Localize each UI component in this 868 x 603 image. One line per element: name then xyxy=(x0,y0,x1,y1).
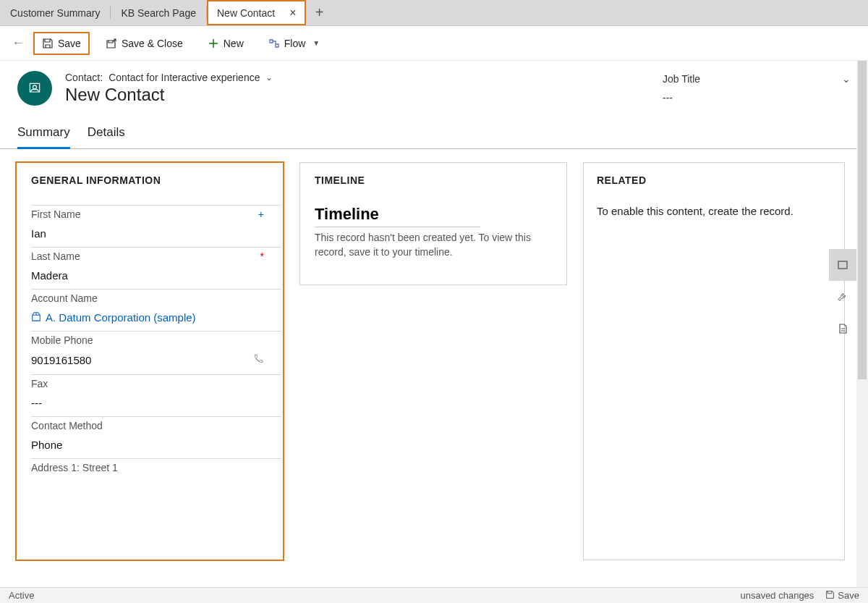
field-label: Mobile Phone xyxy=(31,334,93,346)
rail-document-icon[interactable] xyxy=(829,313,856,345)
back-button[interactable]: ← xyxy=(12,35,25,51)
form-type: Contact for Interactive experience xyxy=(109,72,260,83)
statusbar-save-label: Save xyxy=(838,590,859,601)
new-button[interactable]: New xyxy=(200,33,251,54)
flow-label: Flow xyxy=(284,38,306,49)
field-label: First Name xyxy=(31,208,80,220)
record-header: Contact: Contact for Interactive experie… xyxy=(0,61,868,117)
save-close-label: Save & Close xyxy=(122,38,183,49)
new-label: New xyxy=(224,38,244,49)
statusbar-save-button[interactable]: Save xyxy=(825,590,859,602)
save-close-icon xyxy=(106,38,117,49)
panel-heading: GENERAL INFORMATION xyxy=(31,174,281,186)
field-label: Fax xyxy=(31,378,48,389)
chevron-down-icon: ▼ xyxy=(312,39,320,47)
timeline-panel: TIMELINE Timeline This record hasn't bee… xyxy=(299,162,567,285)
tab-label: Summary xyxy=(17,125,70,139)
field-value[interactable]: Madera xyxy=(31,269,264,286)
rail-wrench-icon[interactable] xyxy=(829,281,856,313)
form-tabs: Summary Details xyxy=(0,117,868,149)
field-value[interactable]: Ian xyxy=(31,227,264,244)
status-left: Active xyxy=(9,590,34,601)
command-bar: ← Save Save & Close New Flow ▼ xyxy=(0,26,868,61)
lookup-icon xyxy=(31,311,41,324)
tab-summary[interactable]: Summary xyxy=(17,117,70,148)
field-address1[interactable]: Address 1: Street 1 xyxy=(31,459,281,476)
rail-panel-icon[interactable] xyxy=(829,249,856,281)
tab-label: Details xyxy=(88,125,125,139)
tab-kb-search[interactable]: KB Search Page xyxy=(111,0,206,25)
right-rail xyxy=(829,249,856,345)
field-label: Last Name xyxy=(31,250,80,262)
panel-heading: RELATED xyxy=(597,174,831,186)
contact-avatar xyxy=(17,71,52,106)
record-title: New Contact xyxy=(65,85,650,105)
field-label: Address 1: Street 1 xyxy=(31,462,118,473)
save-icon xyxy=(42,38,54,49)
new-tab-button[interactable]: + xyxy=(306,0,332,25)
chevron-down-icon[interactable]: ⌄ xyxy=(842,73,851,104)
save-label: Save xyxy=(58,38,81,49)
plus-icon xyxy=(208,38,219,49)
status-unsaved: unsaved changes xyxy=(740,590,814,601)
header-attr-value[interactable]: --- xyxy=(663,92,700,104)
close-icon[interactable]: × xyxy=(289,7,296,19)
vertical-scrollbar[interactable] xyxy=(856,61,868,603)
field-value[interactable]: 9019161580 xyxy=(31,354,91,366)
general-info-panel: GENERAL INFORMATION First Name+ Ian Last… xyxy=(16,162,284,560)
panel-heading: TIMELINE xyxy=(315,174,552,186)
tab-label: Customer Summary xyxy=(10,7,100,19)
scrollbar-thumb[interactable] xyxy=(858,61,867,379)
content-area: Contact: Contact for Interactive experie… xyxy=(0,61,868,603)
flow-button[interactable]: Flow ▼ xyxy=(261,33,327,54)
status-bar: Active unsaved changes Save xyxy=(0,587,868,603)
field-account-name[interactable]: Account Name A. Datum Corporation (sampl… xyxy=(31,290,281,332)
tab-label: New Contact xyxy=(217,7,275,19)
phone-icon[interactable] xyxy=(252,353,264,367)
field-label: Account Name xyxy=(31,292,98,304)
field-value[interactable]: A. Datum Corporation (sample) xyxy=(46,311,196,324)
field-mobile-phone[interactable]: Mobile Phone 9019161580 xyxy=(31,332,281,375)
field-last-name[interactable]: Last Name* Madera xyxy=(31,248,281,290)
save-icon xyxy=(825,590,835,602)
related-panel: RELATED To enable this content, create t… xyxy=(583,162,845,560)
related-message: To enable this content, create the recor… xyxy=(597,205,831,217)
panels-row: GENERAL INFORMATION First Name+ Ian Last… xyxy=(0,149,868,573)
field-contact-method[interactable]: Contact Method Phone xyxy=(31,417,281,459)
tab-new-contact[interactable]: New Contact × xyxy=(207,0,307,25)
save-button[interactable]: Save xyxy=(35,33,88,54)
required-icon: * xyxy=(260,250,264,262)
page-tab-bar: Customer Summary KB Search Page New Cont… xyxy=(0,0,868,26)
header-attr-label: Job Title xyxy=(663,73,700,85)
chevron-down-icon[interactable]: ⌄ xyxy=(265,72,273,83)
field-fax[interactable]: Fax --- xyxy=(31,375,281,417)
recommended-icon: + xyxy=(258,208,264,220)
field-value[interactable]: Phone xyxy=(31,439,264,455)
tab-customer-summary[interactable]: Customer Summary xyxy=(0,0,110,25)
svg-rect-0 xyxy=(838,261,847,269)
save-close-button[interactable]: Save & Close xyxy=(98,33,190,54)
tab-details[interactable]: Details xyxy=(88,117,125,148)
form-type-prefix: Contact: xyxy=(65,72,103,83)
field-first-name[interactable]: First Name+ Ian xyxy=(31,205,281,248)
timeline-title: Timeline xyxy=(315,205,480,227)
flow-icon xyxy=(268,38,280,49)
field-label: Contact Method xyxy=(31,420,103,431)
tab-label: KB Search Page xyxy=(121,7,196,19)
timeline-message: This record hasn't been created yet. To … xyxy=(315,230,552,260)
field-value[interactable]: --- xyxy=(31,397,264,413)
